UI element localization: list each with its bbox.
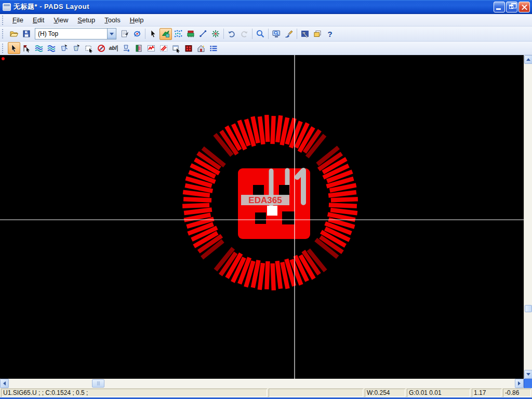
component-pad[interactable]	[183, 197, 211, 203]
menu-help[interactable]: Help	[125, 15, 149, 25]
component-hole	[279, 185, 289, 196]
layer-selector-dropdown-button[interactable]	[107, 29, 116, 39]
sheet-properties-icon	[120, 29, 129, 38]
save-button[interactable]	[20, 28, 33, 40]
options-tools-button[interactable]	[299, 28, 311, 40]
scroll-up-button[interactable]	[524, 55, 532, 64]
selection-mode-button[interactable]	[147, 28, 159, 40]
app-icon	[3, 3, 11, 11]
component-pad[interactable]	[270, 263, 275, 290]
redraw-button[interactable]	[131, 28, 143, 40]
open-folder-icon	[9, 29, 19, 38]
restore-button[interactable]	[506, 2, 517, 12]
floppy-icon	[22, 29, 31, 38]
pcb-canvas[interactable]: EDA365	[0, 55, 524, 379]
minimize-icon	[496, 8, 501, 10]
vertical-scrollbar[interactable]	[524, 55, 532, 379]
zoom-button[interactable]	[254, 28, 267, 40]
status-grid: G:0.01 0.01	[407, 389, 470, 397]
documents-button[interactable]	[311, 28, 324, 40]
design-toolbar-toggle-button[interactable]	[159, 28, 172, 40]
keepout-button[interactable]	[95, 42, 108, 54]
component-pad[interactable]	[331, 197, 358, 202]
sheet-properties-button[interactable]	[118, 28, 131, 40]
horizontal-scroll-thumb[interactable]	[92, 379, 104, 388]
radial-move-button[interactable]	[209, 28, 222, 40]
redo-button[interactable]	[238, 28, 250, 40]
menu-view[interactable]: View	[49, 15, 73, 25]
part-icon	[186, 29, 195, 38]
add-part-button[interactable]	[184, 28, 197, 40]
text-cursor-icon	[116, 44, 118, 52]
toolbar-separator	[223, 29, 224, 39]
monitor-zoom-icon	[272, 29, 281, 38]
fill-drop-icon	[122, 44, 131, 53]
copper-pour-button[interactable]	[58, 42, 70, 54]
cleanup-button[interactable]	[283, 28, 295, 40]
layer-waves-1-button[interactable]	[33, 42, 45, 54]
flood-fill-button[interactable]	[120, 42, 132, 54]
redo-icon	[240, 29, 249, 38]
status-y-coordinate: -0.86	[503, 389, 531, 397]
toolbar-separator	[252, 29, 252, 39]
select-arrow-icon	[149, 29, 158, 38]
red-hatch-icon	[159, 44, 168, 53]
pad-array-button[interactable]	[182, 42, 195, 54]
horizontal-scroll-track[interactable]	[9, 379, 515, 388]
home-part-button[interactable]	[195, 42, 207, 54]
menu-file[interactable]: File	[8, 15, 28, 25]
layer-waves-icon	[47, 44, 56, 53]
menubar-grip[interactable]	[2, 16, 5, 25]
toolbar2-grip[interactable]	[2, 44, 5, 53]
view-nets-button[interactable]	[270, 28, 283, 40]
open-button[interactable]	[8, 28, 20, 40]
left-arrow-icon	[3, 381, 6, 385]
vertical-scroll-thumb[interactable]	[525, 305, 532, 312]
restore-icon	[509, 5, 513, 9]
pcb-canvas-svg: EDA365	[0, 55, 524, 379]
scroll-left-button[interactable]	[0, 379, 9, 388]
menu-tools[interactable]: Tools	[100, 15, 125, 25]
hatch-area-button[interactable]	[157, 42, 170, 54]
setup-list-button[interactable]	[207, 42, 220, 54]
watermark-text: EDA365	[248, 195, 282, 205]
layer-waves-2-button[interactable]	[45, 42, 58, 54]
scroll-down-button[interactable]	[524, 370, 532, 379]
component-pad[interactable]	[264, 261, 270, 289]
board-outline-button[interactable]	[170, 42, 182, 54]
copper-hatch-button[interactable]	[70, 42, 83, 54]
layer-selector-value: (H) Top	[35, 30, 107, 37]
vertical-scroll-track[interactable]	[524, 64, 532, 370]
drafting-toolbar: abl	[0, 42, 532, 55]
layer-selector[interactable]: (H) Top	[35, 28, 116, 39]
menu-setup[interactable]: Setup	[73, 15, 100, 25]
move-flag-tool-button[interactable]	[20, 42, 33, 54]
component-pad[interactable]	[270, 116, 276, 144]
trace-wave-button[interactable]	[145, 42, 157, 54]
library-book-button[interactable]	[132, 42, 145, 54]
up-arrow-icon	[526, 58, 530, 61]
route-nets-button[interactable]	[172, 28, 184, 40]
hammer-icon	[300, 29, 310, 38]
toolbar1-grip[interactable]	[2, 29, 5, 38]
undo-button[interactable]	[225, 28, 238, 40]
component-pad[interactable]	[182, 203, 209, 208]
copy-area-button[interactable]	[83, 42, 95, 54]
text-tool-button[interactable]: abl	[108, 42, 120, 54]
component-pad[interactable]	[264, 115, 270, 142]
radial-starburst-icon	[211, 29, 220, 38]
scroll-right-button[interactable]	[515, 379, 524, 388]
select-tool-button[interactable]	[8, 42, 20, 54]
close-button[interactable]	[518, 2, 530, 12]
flag-arrow-icon	[22, 44, 31, 53]
help-icon: ?	[327, 30, 332, 38]
toolbar-separator	[145, 29, 145, 39]
menu-edit[interactable]: Edit	[28, 15, 49, 25]
help-button[interactable]: ?	[324, 28, 336, 40]
window-title: 无标题* - PADS Layout	[14, 2, 494, 11]
minimize-button[interactable]	[494, 2, 505, 12]
measure-button[interactable]	[197, 28, 209, 40]
component-pad[interactable]	[329, 203, 357, 208]
horizontal-scrollbar[interactable]	[0, 379, 524, 388]
brush-icon	[284, 29, 294, 38]
